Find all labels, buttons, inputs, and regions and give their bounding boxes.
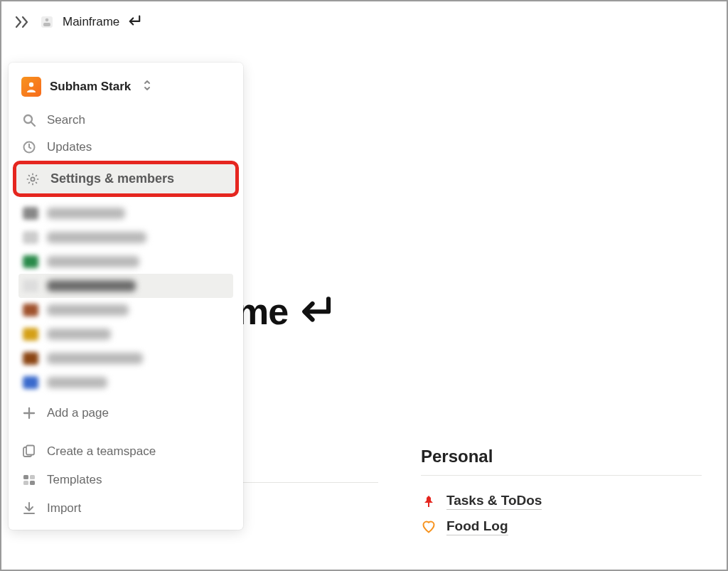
sidebar-page-blurred[interactable] [18,250,233,274]
clock-icon [21,140,37,154]
plus-icon [21,407,37,420]
page-title-text: me [236,290,288,333]
gear-icon [25,172,41,186]
avatar [21,77,41,97]
sidebar-item-updates[interactable]: Updates [9,134,243,161]
sidebar-templates[interactable]: Templates [9,466,243,494]
svg-rect-15 [23,481,28,485]
sidebar-page-blurred[interactable] [18,225,233,250]
sidebar-item-search[interactable]: Search [9,107,243,134]
enter-icon [127,14,142,31]
sidebar-item-label: Settings & members [50,171,174,186]
heart-icon [421,520,437,534]
svg-rect-16 [30,481,35,485]
personal-heading: Personal [421,447,702,475]
sidebar-item-label: Templates [47,473,102,487]
workspace-switcher[interactable]: Subham Stark [9,73,243,107]
enter-icon [296,291,335,332]
svg-line-6 [31,122,35,126]
sidebar-page-blurred[interactable] [18,274,233,298]
personal-link-tasks[interactable]: Tasks & ToDos [421,489,702,514]
sidebar-page-blurred[interactable] [18,370,233,395]
sidebar-create-teamspace[interactable]: Create a teamspace [9,437,243,466]
breadcrumb[interactable]: Mainframe [63,14,142,31]
sidebar-item-label: Add a page [47,406,109,420]
svg-rect-12 [26,446,34,455]
expand-sidebar-icon[interactable] [14,15,31,29]
svg-point-4 [29,82,33,87]
svg-rect-13 [23,475,28,479]
svg-rect-3 [428,503,429,507]
page-title: me [236,290,335,333]
page-emoji-icon [40,15,54,29]
svg-point-8 [31,177,34,181]
personal-link-label: Tasks & ToDos [446,493,542,510]
sidebar-page-blurred[interactable] [18,322,233,346]
sidebar-page-blurred[interactable] [18,201,233,225]
sidebar-pages-blurred [9,197,243,399]
workspace-name: Subham Stark [50,80,131,94]
personal-divider [421,475,702,476]
svg-rect-14 [30,475,35,479]
topbar: Mainframe [1,1,727,41]
personal-link-label: Food Log [446,518,508,535]
chevron-up-down-icon [142,79,152,95]
templates-icon [21,473,37,487]
search-icon [21,113,37,127]
sidebar-item-settings[interactable]: Settings & members [16,164,235,193]
pushpin-icon [421,494,437,508]
settings-highlight-box: Settings & members [13,161,239,197]
sidebar-item-label: Search [47,113,85,127]
import-icon [21,501,37,516]
sidebar: Subham Stark Search Updates Settings & m… [9,63,243,530]
sidebar-add-page[interactable]: Add a page [9,399,243,427]
sidebar-item-label: Create a teamspace [47,444,156,459]
sidebar-item-label: Import [47,501,81,516]
breadcrumb-text: Mainframe [63,15,119,29]
sidebar-page-blurred[interactable] [18,298,233,322]
teamspace-icon [21,444,37,459]
sidebar-import[interactable]: Import [9,494,243,523]
svg-rect-2 [43,23,50,26]
svg-point-1 [46,18,49,22]
personal-section: Personal Tasks & ToDos Food Log [421,447,702,540]
personal-link-food[interactable]: Food Log [421,514,702,540]
sidebar-page-blurred[interactable] [18,346,233,370]
sidebar-item-label: Updates [47,140,92,154]
